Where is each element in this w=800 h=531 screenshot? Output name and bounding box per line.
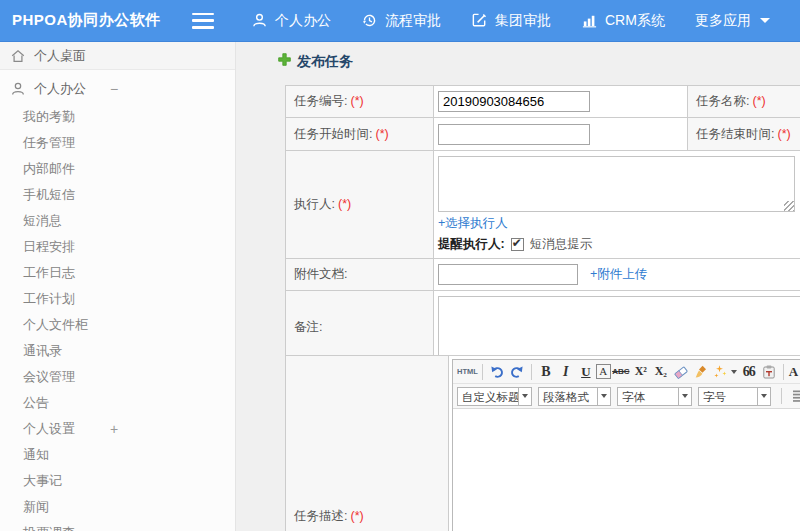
end-time-label: 任务结束时间:(*) xyxy=(688,118,800,151)
menu-toggle-icon[interactable] xyxy=(192,13,214,29)
format-brush-icon[interactable] xyxy=(691,362,711,382)
editor-content-area[interactable] xyxy=(453,409,800,531)
sidebar-item-short-message[interactable]: 短消息 xyxy=(0,208,235,234)
user-icon xyxy=(251,12,268,29)
topbar: PHPOA协同办公软件 个人办公 流程审批 集团审批 CRM系统 xyxy=(0,0,800,42)
eraser-icon[interactable] xyxy=(671,362,691,382)
remark-textarea[interactable] xyxy=(438,296,800,360)
start-time-label: 任务开始时间:(*) xyxy=(286,118,434,151)
sidebar-item-meeting-management[interactable]: 会议管理 xyxy=(0,364,235,390)
nav-personal-office[interactable]: 个人办公 xyxy=(236,0,346,42)
sidebar-item-internal-mail[interactable]: 内部邮件 xyxy=(0,156,235,182)
sidebar-item-my-attendance[interactable]: 我的考勤 xyxy=(0,104,235,130)
app-logo: PHPOA协同办公软件 xyxy=(0,11,178,30)
align-left-icon[interactable] xyxy=(790,386,800,406)
sidebar-item-work-plan[interactable]: 工作计划 xyxy=(0,286,235,312)
sidebar-item-mobile-sms[interactable]: 手机短信 xyxy=(0,182,235,208)
nav-crm-system[interactable]: CRM系统 xyxy=(566,0,680,42)
main-content: 发布任务 任务编号:(*) 任务名称:(*) 任务开始时间:(*) 任务结束时间… xyxy=(237,42,800,531)
task-form-table: 任务编号:(*) 任务名称:(*) 任务开始时间:(*) 任务结束时间:(*) … xyxy=(285,85,800,365)
custom-title-dropdown[interactable]: 自定义标题 xyxy=(457,387,532,406)
edit-square-icon xyxy=(471,12,488,29)
undo-icon[interactable] xyxy=(487,362,507,382)
sidebar: 个人桌面 个人办公 − 我的考勤 任务管理 内部邮件 手机短信 短消息 日程安排… xyxy=(0,42,236,531)
rich-text-editor: HTML B I U A ABC X² xyxy=(452,359,800,531)
sidebar-item-task-management[interactable]: 任务管理 xyxy=(0,130,235,156)
nav-more-apps[interactable]: 更多应用 xyxy=(680,0,785,42)
resize-grip-icon[interactable] xyxy=(784,201,794,211)
task-description-label: 任务描述:(*) xyxy=(286,356,449,531)
superscript-button[interactable]: X² xyxy=(631,362,651,382)
italic-button[interactable]: I xyxy=(556,362,576,382)
sidebar-item-personal-files[interactable]: 个人文件柜 xyxy=(0,312,235,338)
bar-chart-icon xyxy=(581,12,598,29)
font-color-button[interactable]: A xyxy=(788,362,800,382)
home-icon xyxy=(10,48,26,64)
sidebar-item-announcement[interactable]: 公告 xyxy=(0,390,235,416)
sidebar-item-poll[interactable]: 投票调查 xyxy=(0,520,235,531)
sidebar-item-major-events[interactable]: 大事记 xyxy=(0,468,235,494)
paragraph-format-dropdown[interactable]: 段落格式 xyxy=(538,387,611,406)
executor-textarea[interactable] xyxy=(438,156,795,212)
sms-remind-label: 短消息提示 xyxy=(530,236,593,253)
task-number-label: 任务编号:(*) xyxy=(286,86,434,118)
sidebar-item-schedule[interactable]: 日程安排 xyxy=(0,234,235,260)
font-family-dropdown[interactable]: 字体 xyxy=(617,387,692,406)
start-time-input[interactable] xyxy=(438,124,590,145)
source-code-button[interactable]: HTML xyxy=(457,362,478,382)
caret-down-icon xyxy=(731,370,737,374)
blockquote-button[interactable]: 66 xyxy=(739,362,759,382)
select-executor-link[interactable]: +选择执行人 xyxy=(438,216,508,230)
nav-workflow-approval[interactable]: 流程审批 xyxy=(346,0,456,42)
editor-toolbar-row2: 自定义标题 段落格式 字体 字号 xyxy=(453,384,800,409)
remark-label: 备注: xyxy=(286,291,434,365)
task-number-input[interactable] xyxy=(438,91,590,112)
underline-button[interactable]: U xyxy=(576,362,596,382)
caret-down-icon xyxy=(679,387,692,406)
sidebar-item-contacts[interactable]: 通讯录 xyxy=(0,338,235,364)
user-icon xyxy=(10,81,26,97)
page-title: 发布任务 xyxy=(277,52,353,71)
sidebar-item-work-log[interactable]: 工作日志 xyxy=(0,260,235,286)
sidebar-item-news[interactable]: 新闻 xyxy=(0,494,235,520)
attachment-label: 附件文档: xyxy=(286,259,434,291)
collapse-icon[interactable]: − xyxy=(106,81,122,97)
redo-icon[interactable] xyxy=(507,362,527,382)
caret-down-icon xyxy=(758,387,771,406)
top-navigation: 个人办公 流程审批 集团审批 CRM系统 更多应用 xyxy=(236,0,785,42)
strikethrough-button[interactable]: ABC xyxy=(611,362,631,382)
editor-toolbar-row1: HTML B I U A ABC X² xyxy=(453,360,800,384)
autoformat-wand-icon[interactable] xyxy=(711,362,739,382)
sidebar-item-personal-office[interactable]: 个人办公 − xyxy=(0,74,235,104)
nav-group-approval[interactable]: 集团审批 xyxy=(456,0,566,42)
subscript-button[interactable]: X₂ xyxy=(651,362,671,382)
sidebar-item-desktop[interactable]: 个人桌面 xyxy=(0,42,235,70)
executor-label: 执行人:(*) xyxy=(286,151,434,259)
task-description-table: 任务描述:(*) HTML B xyxy=(285,355,800,531)
caret-down-icon xyxy=(598,387,611,406)
sidebar-item-notifications[interactable]: 通知 xyxy=(0,442,235,468)
attachment-input[interactable] xyxy=(438,264,578,285)
caret-down-icon xyxy=(519,387,532,406)
sidebar-item-personal-settings[interactable]: 个人设置 + xyxy=(0,416,235,442)
remind-executor-label: 提醒执行人: xyxy=(438,236,505,253)
add-plus-icon xyxy=(277,52,292,71)
expand-icon[interactable]: + xyxy=(106,421,122,437)
font-style-button[interactable]: A xyxy=(596,364,611,379)
attachment-upload-link[interactable]: +附件上传 xyxy=(590,266,647,283)
sms-remind-checkbox[interactable] xyxy=(511,238,524,251)
paste-text-icon[interactable] xyxy=(759,362,779,382)
history-clock-icon xyxy=(361,12,378,29)
caret-down-icon xyxy=(760,18,770,23)
font-size-dropdown[interactable]: 字号 xyxy=(698,387,771,406)
task-name-label: 任务名称:(*) xyxy=(688,86,800,118)
bold-button[interactable]: B xyxy=(536,362,556,382)
